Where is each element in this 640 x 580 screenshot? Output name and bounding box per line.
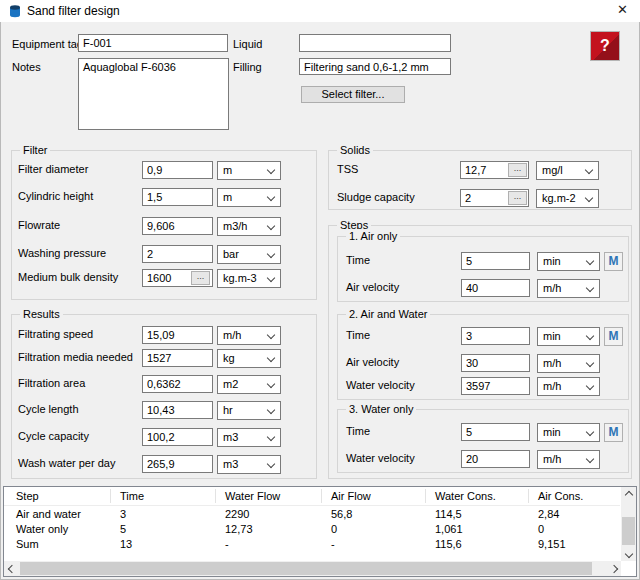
steps-group: Steps 1. Air only Time min M Air velocit… bbox=[328, 225, 632, 479]
scroll-up-button[interactable] bbox=[621, 487, 636, 502]
chevron-down-icon bbox=[267, 222, 275, 230]
air-only-step-tool-button[interactable]: M bbox=[604, 252, 623, 271]
cell: 12,73 bbox=[225, 523, 253, 535]
notes-field[interactable] bbox=[78, 58, 229, 130]
air-water-air-velocity-label: Air velocity bbox=[346, 356, 399, 368]
cell: 1,061 bbox=[435, 523, 463, 535]
unit-value: m/h bbox=[543, 357, 561, 369]
steps-results-table: Step Time Water Flow Air Flow Water Cons… bbox=[3, 486, 637, 577]
air-only-velocity-unit-dropdown[interactable]: m/h bbox=[537, 279, 600, 298]
water-only-time-label: Time bbox=[346, 425, 370, 437]
cycle-capacity-label: Cycle capacity bbox=[18, 430, 89, 442]
washing-pressure-label: Washing pressure bbox=[18, 247, 106, 259]
cell: 0 bbox=[331, 523, 337, 535]
unit-value: m/h bbox=[223, 329, 241, 341]
results-group-title: Results bbox=[20, 307, 63, 321]
filtration-area-unit-dropdown[interactable]: m2 bbox=[217, 375, 281, 394]
filter-diameter-input[interactable] bbox=[142, 161, 213, 179]
unit-value: m2 bbox=[223, 378, 238, 390]
air-water-time-unit-dropdown[interactable]: min bbox=[537, 327, 600, 346]
table-vertical-scrollbar[interactable] bbox=[621, 487, 636, 561]
medium-bulk-density-browse-button[interactable]: ... bbox=[191, 271, 210, 285]
chevron-down-icon bbox=[267, 433, 275, 441]
chevron-down-icon bbox=[267, 166, 275, 174]
chevron-down-icon bbox=[267, 250, 275, 258]
washing-pressure-input[interactable] bbox=[142, 245, 213, 263]
tss-unit-dropdown[interactable]: mg/l bbox=[536, 161, 599, 180]
step-water-only-title: 3. Water only bbox=[346, 402, 416, 416]
water-only-velocity-input[interactable] bbox=[461, 450, 530, 468]
chevron-down-icon bbox=[267, 193, 275, 201]
wash-water-input[interactable] bbox=[142, 455, 213, 473]
cell: 3 bbox=[120, 508, 126, 520]
flowrate-unit-dropdown[interactable]: m3/h bbox=[217, 217, 281, 236]
cycle-length-input[interactable] bbox=[142, 401, 213, 419]
filtrating-speed-unit-dropdown[interactable]: m/h bbox=[217, 326, 281, 345]
close-button[interactable]: ✕ bbox=[606, 0, 639, 22]
water-only-velocity-unit-dropdown[interactable]: m/h bbox=[537, 450, 600, 469]
flowrate-input[interactable] bbox=[142, 217, 213, 235]
cycle-length-unit-dropdown[interactable]: hr bbox=[217, 401, 281, 420]
cycle-capacity-input[interactable] bbox=[142, 428, 213, 446]
washing-pressure-unit-dropdown[interactable]: bar bbox=[217, 245, 281, 264]
filtration-media-input[interactable] bbox=[142, 349, 213, 367]
air-water-step-tool-button[interactable]: M bbox=[604, 327, 623, 346]
unit-value: mg/l bbox=[542, 164, 563, 176]
col-step: Step bbox=[16, 490, 39, 502]
medium-bulk-density-label: Medium bulk density bbox=[18, 271, 118, 283]
chevron-down-icon bbox=[585, 194, 593, 202]
cell: 2,84 bbox=[538, 508, 559, 520]
filtration-area-input[interactable] bbox=[142, 375, 213, 393]
scroll-left-button[interactable] bbox=[4, 561, 19, 576]
help-button[interactable]: ? bbox=[590, 31, 620, 61]
horizontal-scroll-thumb[interactable] bbox=[20, 562, 592, 575]
cylindric-height-input[interactable] bbox=[142, 188, 213, 206]
vertical-scroll-thumb[interactable] bbox=[622, 517, 635, 545]
cell: 56,8 bbox=[331, 508, 352, 520]
step-air-only-title: 1. Air only bbox=[346, 229, 400, 243]
chevron-right-icon bbox=[609, 565, 617, 573]
filling-field[interactable] bbox=[299, 58, 451, 75]
air-water-time-label: Time bbox=[346, 329, 370, 341]
select-filter-button[interactable]: Select filter... bbox=[301, 86, 405, 103]
filtrating-speed-input[interactable] bbox=[142, 326, 213, 344]
col-time: Time bbox=[120, 490, 144, 502]
filter-diameter-unit-dropdown[interactable]: m bbox=[217, 161, 281, 180]
air-water-air-velocity-unit-dropdown[interactable]: m/h bbox=[537, 354, 600, 373]
air-water-water-velocity-unit-dropdown[interactable]: m/h bbox=[537, 377, 600, 396]
equipment-tag-field[interactable] bbox=[78, 34, 228, 52]
air-only-time-label: Time bbox=[346, 254, 370, 266]
filtration-media-unit-dropdown[interactable]: kg bbox=[217, 349, 281, 368]
scroll-down-button[interactable] bbox=[621, 546, 636, 561]
air-water-air-velocity-input[interactable] bbox=[461, 354, 530, 372]
table-horizontal-scrollbar[interactable] bbox=[4, 561, 621, 576]
sludge-capacity-unit-dropdown[interactable]: kg.m-2 bbox=[536, 189, 599, 208]
flowrate-label: Flowrate bbox=[18, 219, 60, 231]
tss-browse-button[interactable]: ... bbox=[508, 163, 527, 177]
liquid-field[interactable] bbox=[299, 34, 451, 52]
cell: 9,151 bbox=[538, 538, 566, 550]
filter-group-title: Filter bbox=[20, 143, 50, 157]
air-water-time-input[interactable] bbox=[461, 327, 530, 345]
water-only-time-unit-dropdown[interactable]: min bbox=[537, 423, 600, 442]
water-only-time-input[interactable] bbox=[461, 423, 530, 441]
solids-group: Solids TSS ... mg/l Sludge capacity ... … bbox=[328, 150, 632, 210]
filling-label: Filling bbox=[233, 61, 262, 73]
chevron-down-icon bbox=[586, 455, 594, 463]
sand-filter-dialog: Sand filter design ✕ Equipment tag Liqui… bbox=[0, 0, 640, 580]
air-only-time-unit-dropdown[interactable]: min bbox=[537, 252, 600, 271]
medium-bulk-density-unit-dropdown[interactable]: kg.m-3 bbox=[217, 269, 281, 288]
scroll-right-button[interactable] bbox=[606, 561, 621, 576]
wash-water-unit-dropdown[interactable]: m3 bbox=[217, 455, 281, 474]
sludge-capacity-browse-button[interactable]: ... bbox=[508, 191, 527, 205]
cylindric-height-unit-dropdown[interactable]: m bbox=[217, 188, 281, 207]
water-only-step-tool-button[interactable]: M bbox=[604, 423, 623, 442]
air-only-time-input[interactable] bbox=[461, 252, 530, 270]
chevron-down-icon bbox=[585, 166, 593, 174]
cycle-capacity-unit-dropdown[interactable]: m3 bbox=[217, 428, 281, 447]
air-only-velocity-input[interactable] bbox=[461, 279, 530, 297]
air-water-water-velocity-input[interactable] bbox=[461, 377, 530, 395]
cell: 5 bbox=[120, 523, 126, 535]
filtration-area-label: Filtration area bbox=[18, 377, 85, 389]
chevron-down-icon bbox=[624, 550, 632, 558]
